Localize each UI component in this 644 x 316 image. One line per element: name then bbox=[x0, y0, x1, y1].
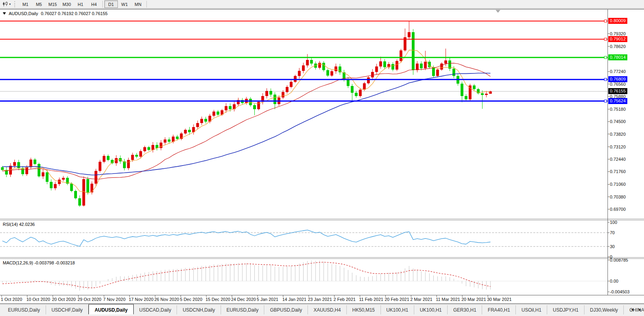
candle bbox=[34, 158, 37, 165]
candle bbox=[50, 179, 53, 191]
candle bbox=[452, 66, 455, 78]
chart-tab-USDCAD-Daily[interactable]: USDCAD,Daily bbox=[134, 305, 177, 314]
candle bbox=[375, 64, 378, 75]
candle bbox=[306, 54, 309, 67]
chart-tab-FRA40-H1[interactable]: FRA40,H1 bbox=[482, 305, 516, 314]
candle bbox=[400, 49, 402, 62]
candle bbox=[54, 182, 57, 190]
chart-tab-DJ30-Weekly[interactable]: DJ30,Weekly bbox=[584, 305, 624, 314]
candle bbox=[213, 110, 215, 118]
candle bbox=[351, 84, 354, 101]
candle bbox=[269, 89, 272, 97]
chart-ohlc-values: 0.76027 0.76192 0.76027 0.76155 bbox=[41, 11, 108, 16]
macd-indicator-label: MACD(12,26,9) -0.003798 -0.003218 bbox=[3, 260, 75, 265]
candle bbox=[318, 61, 321, 69]
candle bbox=[184, 129, 187, 135]
chart-tab-HK50-M15[interactable]: HK50,M15 bbox=[347, 305, 381, 314]
candle bbox=[485, 91, 488, 97]
candle bbox=[192, 124, 195, 135]
candle bbox=[78, 195, 81, 207]
tab-scroll-left-button[interactable]: ◄ bbox=[630, 307, 634, 312]
candle bbox=[392, 62, 394, 71]
tab-scroll-right-button[interactable]: ► bbox=[638, 307, 642, 312]
timeframe-button-M1[interactable]: M1 bbox=[19, 0, 32, 8]
candle bbox=[164, 137, 167, 145]
horizontal-line-anchor bbox=[604, 38, 607, 40]
chart-title: AUDUSD,Daily 0.76027 0.76192 0.76027 0.7… bbox=[3, 11, 108, 16]
chart-tab-USOil-H1[interactable]: USOil,H1 bbox=[516, 305, 547, 314]
candle bbox=[294, 75, 297, 83]
chart-shift-marker[interactable] bbox=[496, 10, 500, 13]
candle bbox=[473, 84, 476, 91]
rsi-indicator-label: RSI(14) 42.0236 bbox=[3, 222, 35, 227]
candle bbox=[99, 160, 102, 173]
candle bbox=[204, 117, 207, 123]
candle bbox=[265, 88, 268, 98]
candle bbox=[302, 63, 305, 73]
timeframe-button-D1[interactable]: D1 bbox=[104, 0, 118, 8]
candle bbox=[477, 88, 480, 94]
chart-tab-USDJPY-H1[interactable]: USDJPY,H1 bbox=[547, 305, 584, 314]
timeframes-toolbar: ▾ M1M5M15M30H1H4D1W1MN bbox=[0, 0, 644, 9]
candle bbox=[327, 69, 329, 77]
candle bbox=[448, 58, 451, 71]
candle bbox=[404, 29, 406, 52]
candle bbox=[383, 59, 386, 69]
candle bbox=[148, 146, 150, 151]
candle bbox=[469, 84, 471, 101]
toolbar-divider bbox=[102, 1, 103, 8]
chart-tab-UK100-H1[interactable]: UK100,H1 bbox=[381, 305, 414, 314]
candle bbox=[233, 102, 236, 111]
toolbar-divider bbox=[146, 1, 147, 8]
candle bbox=[440, 62, 443, 71]
chart-tab-AUDUSD-Daily[interactable]: AUDUSD,Daily bbox=[88, 304, 133, 314]
horizontal-line-anchor bbox=[604, 100, 607, 102]
timeframe-button-M15[interactable]: M15 bbox=[46, 0, 60, 8]
toolbar-grip[interactable] bbox=[14, 1, 16, 7]
timeframe-button-H4[interactable]: H4 bbox=[87, 0, 101, 8]
candle bbox=[355, 91, 358, 98]
timeframe-button-W1[interactable]: W1 bbox=[118, 0, 131, 8]
chart-symbol-period: AUDUSD,Daily bbox=[9, 11, 38, 16]
candle bbox=[58, 177, 61, 186]
candle bbox=[217, 110, 219, 116]
tab-scroll-arrows: ◄ ► bbox=[630, 307, 642, 312]
candle bbox=[387, 62, 390, 69]
chart-tab-USDCHF-Daily[interactable]: USDCHF,Daily bbox=[46, 305, 89, 314]
chart-tab-GER30-H1[interactable]: GER30,H1 bbox=[448, 305, 482, 314]
chart-tab-UK100-H1[interactable]: UK100,H1 bbox=[414, 305, 448, 314]
candle bbox=[66, 176, 69, 185]
timeframe-button-H1[interactable]: H1 bbox=[74, 0, 87, 8]
chart-tab-USDCNH-Daily[interactable]: USDCNH,Daily bbox=[177, 305, 221, 314]
rsi-line bbox=[2, 230, 490, 246]
status-strip bbox=[0, 314, 644, 316]
candle bbox=[334, 64, 337, 74]
candle bbox=[416, 61, 419, 72]
candle bbox=[62, 176, 65, 181]
candle bbox=[74, 190, 77, 200]
candle bbox=[94, 169, 97, 185]
timeframe-button-M30[interactable]: M30 bbox=[60, 0, 73, 8]
candle bbox=[237, 98, 240, 106]
chart-tab-XAUUSD-H4[interactable]: XAUUSD,H4 bbox=[308, 305, 347, 314]
candle bbox=[160, 140, 162, 150]
moving-average-medium bbox=[2, 63, 490, 179]
one-click-trading-toggle-icon[interactable] bbox=[3, 12, 6, 15]
chart-tab-EURUSD-Daily[interactable]: EURUSD,Daily bbox=[2, 305, 46, 314]
candle bbox=[29, 158, 32, 169]
candle bbox=[331, 70, 333, 77]
chart-tab-GBPUSD-Daily[interactable]: GBPUSD,Daily bbox=[264, 305, 308, 314]
chart-canvas[interactable] bbox=[0, 9, 644, 304]
candle bbox=[127, 158, 130, 170]
timeframe-button-M5[interactable]: M5 bbox=[32, 0, 46, 8]
candle bbox=[465, 94, 467, 101]
chart-tab-EURUSD-Daily[interactable]: EURUSD,Daily bbox=[221, 305, 265, 314]
candle bbox=[298, 68, 301, 79]
candle bbox=[310, 58, 313, 66]
candle bbox=[408, 21, 411, 40]
candle bbox=[168, 137, 171, 143]
candle bbox=[156, 142, 158, 150]
chart-type-button[interactable]: ▾ bbox=[1, 1, 12, 7]
timeframe-button-MN[interactable]: MN bbox=[131, 0, 145, 8]
candle bbox=[38, 163, 40, 177]
